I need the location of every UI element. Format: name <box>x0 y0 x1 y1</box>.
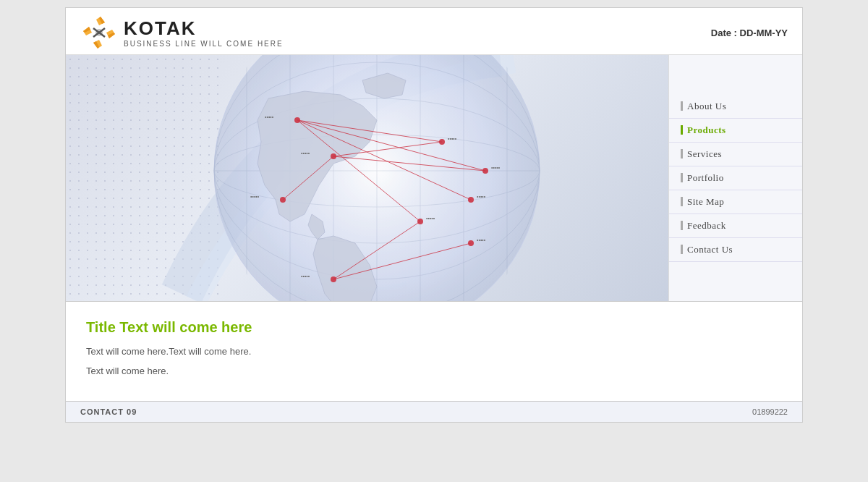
svg-text:•••••: ••••• <box>477 194 486 199</box>
footer-phone: 01899222 <box>752 407 788 416</box>
globe-container: ••••• ••••• ••••• ••••• ••••• ••••• ••••… <box>138 55 558 301</box>
logo-tagline: Business Line will come here <box>124 40 284 48</box>
svg-text:•••••: ••••• <box>426 216 435 221</box>
nav-label-products: Products <box>687 124 726 136</box>
svg-point-27 <box>331 153 336 159</box>
main-area: ••••• ••••• ••••• ••••• ••••• ••••• ••••… <box>66 55 802 302</box>
banner-section: ••••• ••••• ••••• ••••• ••••• ••••• ••••… <box>66 55 668 301</box>
header: KOTAK Business Line will come here Date … <box>66 8 802 55</box>
nav-bar-contact-us <box>681 245 683 254</box>
nav-label-services: Services <box>687 148 722 160</box>
nav-bar-about-us <box>681 101 683 111</box>
svg-point-30 <box>439 139 445 145</box>
nav-item-feedback[interactable]: Feedback <box>669 214 802 238</box>
logo-area: KOTAK Business Line will come here <box>80 15 284 50</box>
nav-bar-portfolio <box>681 173 683 182</box>
svg-text:•••••: ••••• <box>477 237 486 242</box>
svg-text:•••••: ••••• <box>491 165 501 170</box>
content-section: Title Text will come here Text will come… <box>66 302 802 401</box>
header-date: Date : DD-MM-YY <box>711 28 788 38</box>
nav-label-feedback: Feedback <box>687 220 726 232</box>
nav-item-contact-us[interactable]: Contact Us <box>669 238 802 262</box>
nav-bar-site-map <box>681 197 683 206</box>
nav-section: About Us Products Services Portfolio Sit… <box>668 55 802 301</box>
date-label: Date : <box>711 28 737 38</box>
nav-label-portfolio: Portfolio <box>687 172 724 184</box>
nav-item-products[interactable]: Products <box>669 119 802 143</box>
date-value: DD-MM-YY <box>740 28 788 38</box>
nav-item-about-us[interactable]: About Us <box>669 95 802 119</box>
content-text-2: Text will come here. <box>86 364 782 379</box>
svg-text:•••••: ••••• <box>265 114 274 119</box>
nav-item-services[interactable]: Services <box>669 143 802 166</box>
logo-icon <box>80 15 118 50</box>
nav-item-site-map[interactable]: Site Map <box>669 190 802 214</box>
footer: CONTACT 09 01899222 <box>66 401 802 422</box>
svg-point-34 <box>468 240 474 246</box>
logo-name: KOTAK <box>124 17 284 40</box>
svg-point-28 <box>331 276 336 282</box>
svg-point-32 <box>468 197 474 203</box>
svg-text:•••••: ••••• <box>301 274 310 279</box>
svg-point-33 <box>417 219 423 224</box>
content-text-1: Text will come here.Text will come here. <box>86 344 782 360</box>
svg-point-26 <box>294 117 300 123</box>
nav-bar-feedback <box>681 221 683 230</box>
nav-bar-products <box>681 125 683 135</box>
nav-item-portfolio[interactable]: Portfolio <box>669 166 802 190</box>
nav-label-about-us: About Us <box>687 101 726 112</box>
page-wrapper: KOTAK Business Line will come here Date … <box>65 7 803 423</box>
nav-label-contact-us: Contact Us <box>687 244 733 255</box>
nav-label-site-map: Site Map <box>687 196 724 208</box>
svg-point-31 <box>482 168 488 174</box>
svg-text:•••••: ••••• <box>448 136 457 141</box>
nav-bar-services <box>681 149 683 158</box>
svg-text:•••••: ••••• <box>250 194 260 199</box>
content-title: Title Text will come here <box>86 319 782 336</box>
footer-contact: CONTACT 09 <box>80 407 137 416</box>
svg-point-29 <box>280 197 286 203</box>
logo-text-block: KOTAK Business Line will come here <box>124 17 284 48</box>
svg-text:•••••: ••••• <box>301 151 310 156</box>
